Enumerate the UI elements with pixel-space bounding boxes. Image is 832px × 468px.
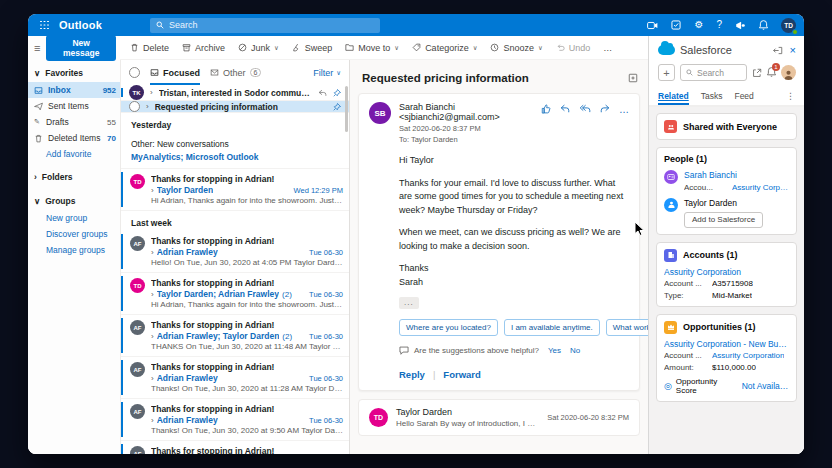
delete-button[interactable]: Delete — [130, 43, 169, 53]
suggested-reply-button[interactable]: What works for you? — [606, 319, 648, 336]
message-date: Sat 2020-06-20 8:37 PM — [399, 124, 533, 133]
snooze-button[interactable]: Snooze ∨ — [490, 43, 542, 53]
show-trimmed-content-button[interactable]: ... — [399, 297, 419, 309]
move-to-button[interactable]: Move to ∨ — [345, 43, 399, 53]
like-icon[interactable] — [541, 104, 551, 114]
tab-feed[interactable]: Feed — [734, 87, 753, 105]
contact-row[interactable]: Sarah Bianchi Accou...Assurity Corporati… — [664, 170, 789, 192]
notifications-bell-icon[interactable] — [759, 20, 768, 30]
unread-indicator — [121, 444, 123, 454]
row-checkbox[interactable] — [129, 101, 140, 112]
pinned-row-1[interactable]: TK › Tristan, interested in Sodor commun… — [121, 85, 349, 101]
mail-item[interactable]: AF Thanks for stopping in Adrian! ›Adria… — [121, 231, 349, 273]
sidebar-item-deleted[interactable]: Deleted Items 70 — [28, 130, 120, 146]
tab-focused[interactable]: Focused — [150, 60, 200, 85]
salesforce-search-input[interactable]: Search — [680, 64, 747, 81]
suggested-reply-button[interactable]: Where are you located? — [399, 319, 498, 336]
pinned-row-selected[interactable]: › Requested pricing information — [121, 101, 349, 113]
close-icon[interactable]: × — [790, 44, 796, 56]
collapsed-message[interactable]: TD Taylor Darden Hello Sarah By way of i… — [358, 399, 640, 436]
more-commands-button[interactable]: … — [603, 43, 612, 53]
feedback-question: Are the suggestions above helpful? — [414, 346, 539, 355]
undo-button[interactable]: Undo — [556, 43, 591, 53]
avatar: AF — [130, 236, 145, 251]
global-search-input[interactable]: Search — [150, 18, 380, 33]
pin-icon[interactable] — [333, 89, 341, 97]
tab-tasks[interactable]: Tasks — [701, 87, 723, 105]
whats-new-megaphone-icon[interactable] — [735, 21, 746, 30]
new-group-link[interactable]: New group — [28, 210, 120, 226]
mail-item[interactable]: TD Thanks for stopping in Adrian! ›Taylo… — [121, 273, 349, 315]
hamburger-icon[interactable]: ≡ — [34, 42, 40, 54]
discover-groups-link[interactable]: Discover groups — [28, 226, 120, 242]
salesforce-notifications[interactable]: 1 — [767, 67, 776, 79]
folders-header[interactable]: › Folders — [28, 168, 120, 186]
message-to: To: Taylor Darden — [399, 135, 533, 144]
pin-icon[interactable] — [333, 103, 341, 111]
date: Tue 06-30 — [309, 416, 343, 425]
other-conversations-senders: MyAnalytics; Microsoft Outlook — [131, 152, 341, 162]
account-name-link[interactable]: Assurity Corporation — [664, 267, 789, 277]
settings-gear-icon[interactable]: ⚙ — [694, 20, 703, 30]
app-launcher-icon[interactable] — [40, 21, 49, 30]
my-day-icon[interactable] — [671, 20, 681, 30]
mail-item[interactable]: AF Thanks for stopping in Adrian! ›Adria… — [121, 441, 349, 454]
other-count-badge: 6 — [250, 68, 262, 77]
help-icon[interactable]: ? — [716, 20, 722, 30]
expand-caret-icon: › — [151, 416, 154, 425]
junk-button[interactable]: Junk ∨ — [238, 43, 279, 53]
other-conversations-row[interactable]: Other: New conversations MyAnalytics; Mi… — [121, 133, 349, 169]
reply-button[interactable]: Reply — [399, 369, 425, 380]
manage-groups-link[interactable]: Manage groups — [28, 242, 120, 258]
archive-button[interactable]: Archive — [182, 43, 225, 53]
open-salesforce-icon[interactable] — [752, 68, 762, 78]
select-all-checkbox[interactable] — [129, 67, 140, 78]
account-link[interactable]: Assurity Corporation — [732, 183, 789, 192]
dock-pin-icon[interactable] — [773, 46, 783, 55]
shared-with-everyone-card[interactable]: Shared with Everyone — [656, 113, 797, 140]
sidebar-item-inbox[interactable]: Inbox 952 — [28, 82, 120, 98]
more-actions-icon[interactable]: … — [619, 104, 629, 115]
contact-name-link[interactable]: Sarah Bianchi — [684, 170, 789, 180]
account-link[interactable]: Assurity Corporation — [712, 351, 784, 360]
tab-overflow-icon[interactable]: ⋮ — [786, 91, 795, 101]
sweep-button[interactable]: Sweep — [292, 43, 333, 53]
mail-item[interactable]: AF Thanks for stopping in Adrian! ›Adria… — [121, 357, 349, 399]
tag-icon — [412, 43, 421, 52]
new-message-button[interactable]: New message — [46, 35, 116, 61]
mail-item[interactable]: AF Thanks for stopping in Adrian! ›Adria… — [121, 399, 349, 441]
account-type: Mid-Market — [712, 291, 752, 300]
add-record-button[interactable]: + — [658, 64, 675, 81]
add-favorite-link[interactable]: Add favorite — [28, 146, 120, 162]
suggested-reply-button[interactable]: I am available anytime. — [504, 319, 600, 336]
expand-caret-icon: › — [151, 290, 154, 299]
tab-related[interactable]: Related — [658, 87, 689, 105]
contact-row[interactable]: Taylor Darden Add to Salesforce — [664, 198, 789, 228]
salesforce-user-avatar[interactable] — [781, 65, 796, 80]
feedback-no-link[interactable]: No — [570, 346, 580, 355]
mail-item-yesterday[interactable]: TD Thanks for stopping in Adrian! › Tayl… — [121, 169, 349, 211]
favorites-header[interactable]: ∨ Favorites — [28, 64, 120, 82]
sidebar-item-drafts[interactable]: ✎ Drafts 55 — [28, 114, 120, 130]
categorize-button[interactable]: Categorize ∨ — [412, 43, 477, 53]
forward-icon[interactable] — [600, 104, 610, 113]
tab-other[interactable]: Other 6 — [210, 60, 261, 85]
score-value-link[interactable]: Not Available — [742, 381, 789, 391]
meet-now-icon[interactable] — [647, 21, 658, 30]
reply-all-icon[interactable] — [579, 104, 591, 113]
feedback-yes-link[interactable]: Yes — [548, 346, 561, 355]
account-avatar[interactable]: TD — [781, 18, 796, 33]
filter-button[interactable]: Filter ∨ — [313, 68, 341, 78]
open-in-new-window-icon[interactable] — [628, 69, 638, 87]
chevron-down-icon: ∨ — [274, 44, 279, 52]
forward-button[interactable]: Forward — [443, 369, 480, 380]
mail-item[interactable]: AF Thanks for stopping in Adrian! ›Adria… — [121, 315, 349, 357]
date: Tue 06-30 — [309, 290, 343, 299]
list-scrollbar[interactable] — [345, 86, 348, 132]
groups-header[interactable]: ∨ Groups — [28, 192, 120, 210]
opportunity-name-link[interactable]: Assurity Corporation - New Business - ..… — [664, 339, 789, 349]
reply-icon[interactable] — [560, 104, 570, 113]
sender: Taylor Darden — [157, 185, 214, 195]
sidebar-item-sent[interactable]: Sent Items — [28, 98, 120, 114]
add-to-salesforce-button[interactable]: Add to Salesforce — [684, 212, 763, 228]
